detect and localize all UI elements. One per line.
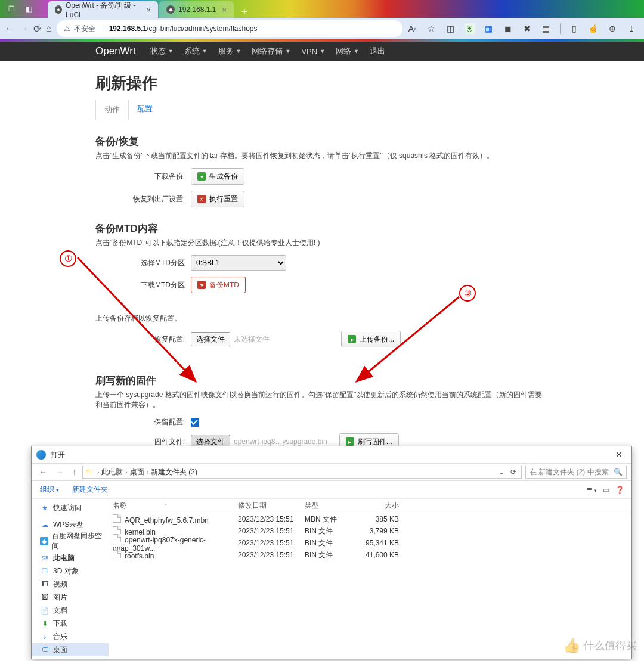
download-backup-label: 下载备份: (95, 172, 191, 182)
upload-backup-button[interactable]: ▸ 上传备份... (341, 331, 401, 347)
file-list: 名称 ˄ 修改日期 类型 大小 AQR_ethphyfw_5.6.7.mbn20… (109, 499, 631, 657)
downloads-icon[interactable]: ⤓ (626, 23, 637, 34)
file-row[interactable]: rootfs.bin2023/12/23 15:51BIN 文件41,600 K… (109, 549, 631, 561)
nav-storage[interactable]: 网络存储▼ (252, 46, 290, 57)
breadcrumb[interactable]: 🗀 › 此电脑› 桌面› 新建文件夹 (2) ⌄ ⟳ (82, 466, 522, 479)
nav-logout[interactable]: 退出 (370, 46, 385, 57)
tab-title: 192.168.1.1 (178, 5, 216, 14)
star-icon: ★ (40, 504, 49, 512)
home-icon[interactable]: ⌂ (46, 23, 52, 34)
dialog-toolbar: 组织 ▾ 新建文件夹 ≣ ▾ ▭ ❓ (32, 481, 631, 499)
browser-extensions: A» ☆ ◫ ⛨ ▦ ◼ ✖ ▤ ▯ ☝ ⊕ ⤓ ⬖ ⋯ (407, 23, 644, 35)
restore-choose-file-button[interactable]: 选择文件 (191, 332, 230, 346)
nav-baidu[interactable]: ◆百度网盘同步空间 (32, 535, 109, 548)
address-bar[interactable]: ⚠ 不安全 192.168.5.1/cgi-bin/luci/admin/sys… (57, 20, 402, 37)
close-icon[interactable]: × (222, 5, 227, 14)
nav-network[interactable]: 网络▼ (336, 46, 359, 57)
image-icon: 🖼 (40, 593, 49, 601)
file-row[interactable]: AQR_ethphyfw_5.6.7.mbn2023/12/23 15:51MB… (109, 513, 631, 525)
extension-icon[interactable]: ☝ (588, 23, 599, 34)
refresh-icon[interactable]: ⟳ (508, 468, 519, 476)
collections-icon[interactable]: ⊕ (607, 23, 618, 34)
tab-title: OpenWrt - 备份/升级 - LuCI (66, 1, 140, 19)
col-name[interactable]: 名称 ˄ (109, 501, 234, 511)
section-flash-heading: 刷写新的固件 (95, 374, 549, 387)
dialog-path-bar: ← → ↑ 🗀 › 此电脑› 桌面› 新建文件夹 (2) ⌄ ⟳ 在 新建文件夹… (32, 463, 631, 481)
keep-config-checkbox[interactable] (191, 418, 199, 427)
nav-quick-access[interactable]: ★快速访问 (32, 501, 109, 514)
extension-icon[interactable]: ✖ (522, 23, 532, 34)
new-folder-button[interactable]: 新建文件夹 (71, 482, 109, 497)
new-tab-button[interactable]: ＋ (235, 5, 254, 18)
section-mtd-desc: 点击"备份MTD"可以下载指定分区数据.(注意！仅提供给专业人士使用! ) (95, 238, 549, 248)
extension-icon[interactable]: ◼ (503, 23, 513, 34)
watermark-icon: 👍 (563, 637, 581, 654)
generate-backup-button[interactable]: ▾ 生成备份 (191, 168, 244, 185)
window-workspace-icon[interactable]: ◧ (26, 5, 32, 13)
collections-icon[interactable]: ▯ (569, 23, 580, 34)
file-icon (113, 550, 121, 558)
nav-services[interactable]: 服务▼ (218, 46, 242, 57)
dialog-title-bar: 打开 × (32, 446, 631, 463)
nav-music[interactable]: ♪音乐 (32, 630, 109, 643)
nav-downloads[interactable]: ⬇下载 (32, 617, 109, 630)
annotation-marker-3: ③ (459, 285, 476, 302)
pc-icon: 🖳 (40, 554, 49, 562)
chevron-down-icon[interactable]: ⌄ (495, 468, 508, 476)
read-aloud-icon[interactable]: A» (407, 23, 418, 34)
url-path: /cgi-bin/luci/admin/system/flashops (147, 24, 257, 33)
factory-reset-button[interactable]: × 执行重置 (191, 191, 244, 207)
mtd-partition-label: 选择MTD分区 (95, 258, 191, 268)
nav-3d-objects[interactable]: ❒3D 对象 (32, 564, 109, 578)
browser-tab-active[interactable]: ● OpenWrt - 备份/升级 - LuCI × (48, 1, 158, 18)
col-type[interactable]: 类型 (301, 501, 355, 511)
back-icon[interactable]: ← (5, 23, 14, 34)
organize-button[interactable]: 组织 ▾ (39, 482, 60, 497)
help-icon[interactable]: ❓ (615, 486, 624, 494)
back-icon[interactable]: ← (36, 467, 49, 477)
nav-pictures[interactable]: 🖼图片 (32, 591, 109, 604)
nav-wps[interactable]: ☁WPS云盘 (32, 518, 109, 531)
document-icon: 📄 (40, 606, 49, 615)
mtd-partition-select[interactable]: 0:SBL1 (191, 255, 286, 271)
nav-vpn[interactable]: VPN▼ (301, 47, 325, 56)
nav-system[interactable]: 系统▼ (184, 46, 208, 57)
favorite-icon[interactable]: ☆ (426, 23, 437, 34)
brand[interactable]: OpenWrt (95, 45, 136, 57)
extension-icon[interactable]: ▤ (541, 23, 552, 34)
view-icon[interactable]: ≣ ▾ (586, 486, 597, 494)
dialog-search-input[interactable]: 在 新建文件夹 (2) 中搜索 🔍 (525, 466, 627, 479)
nav-desktop[interactable]: 🖵桌面 (32, 643, 109, 656)
nav-videos[interactable]: 🎞视频 (32, 578, 109, 591)
nav-status[interactable]: 状态▼ (150, 46, 174, 57)
openwrt-navbar: OpenWrt 状态▼ 系统▼ 服务▼ 网络存储▼ VPN▼ 网络▼ 退出 (0, 42, 644, 61)
restore-desc: 上传备份存档以恢复配置。 (95, 314, 549, 324)
nav-drive-c[interactable]: 🖴本地磁盘 (C:) (32, 656, 109, 657)
tab-action[interactable]: 动作 (95, 100, 129, 120)
search-placeholder: 在 新建文件夹 (2) 中搜索 (530, 467, 609, 477)
section-backup-desc: 点击"生成备份"下载当前配置文件的 tar 存档。要将固件恢复到初始状态，请单击… (95, 151, 549, 161)
browser-tab-inactive[interactable]: ◆ 192.168.1.1 × (159, 1, 234, 18)
col-size[interactable]: 大小 (355, 501, 402, 511)
shield-icon[interactable]: ⛨ (465, 23, 475, 34)
close-icon[interactable]: × (146, 5, 151, 14)
refresh-icon[interactable]: ⟳ (33, 23, 41, 35)
tab-config[interactable]: 配置 (129, 100, 161, 120)
file-icon (113, 514, 121, 523)
close-icon[interactable]: × (611, 449, 627, 461)
file-icon (113, 526, 121, 535)
nav-documents[interactable]: 📄文档 (32, 604, 109, 617)
window-tab-icon[interactable]: ❐ (8, 5, 15, 13)
network-icon[interactable]: ◫ (445, 23, 456, 34)
factory-reset-label: 恢复到出厂设置: (95, 194, 191, 204)
nav-this-pc[interactable]: 🖳此电脑 (32, 551, 109, 564)
preview-pane-icon[interactable]: ▭ (603, 486, 609, 494)
download-mtd-button[interactable]: ▾ 备份MTD (191, 277, 246, 293)
file-row[interactable]: openwrt-ipq807x-generic-qnap_301w...2023… (109, 537, 631, 549)
favicon-icon: ● (55, 5, 62, 14)
col-date[interactable]: 修改日期 (234, 501, 301, 511)
cloud-icon: ☁ (40, 520, 49, 529)
up-icon[interactable]: ↑ (70, 467, 79, 477)
extension-icon[interactable]: ▦ (484, 23, 494, 34)
firmware-chosen-file: openwrt-ipq8…ysupgrade.bin (234, 437, 327, 446)
